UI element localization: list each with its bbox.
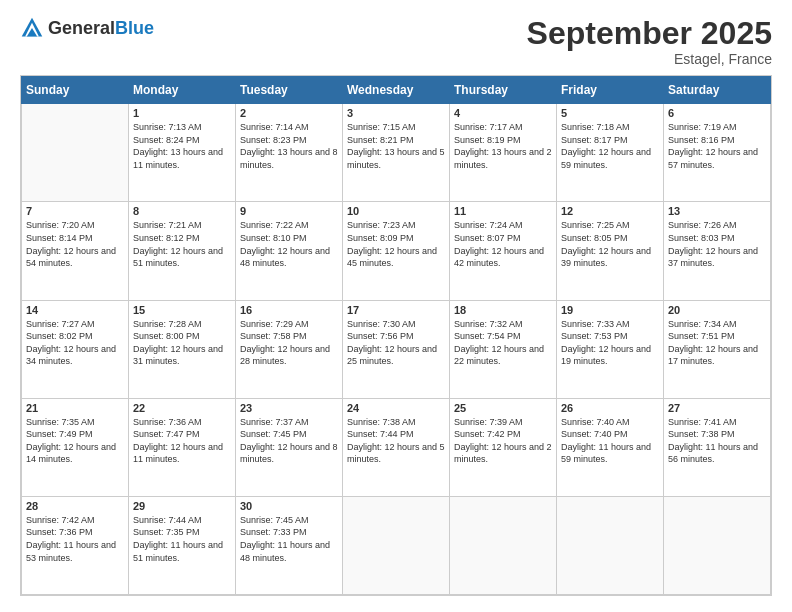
day-info: Sunrise: 7:30 AMSunset: 7:56 PMDaylight:… bbox=[347, 318, 445, 368]
day-info: Sunrise: 7:44 AMSunset: 7:35 PMDaylight:… bbox=[133, 514, 231, 564]
day-info: Sunrise: 7:35 AMSunset: 7:49 PMDaylight:… bbox=[26, 416, 124, 466]
day-number: 29 bbox=[133, 500, 231, 512]
day-info: Sunrise: 7:37 AMSunset: 7:45 PMDaylight:… bbox=[240, 416, 338, 466]
day-number: 16 bbox=[240, 304, 338, 316]
calendar-body: 1Sunrise: 7:13 AMSunset: 8:24 PMDaylight… bbox=[22, 104, 771, 595]
col-wednesday: Wednesday bbox=[343, 77, 450, 104]
day-info: Sunrise: 7:24 AMSunset: 8:07 PMDaylight:… bbox=[454, 219, 552, 269]
day-cell: 2Sunrise: 7:14 AMSunset: 8:23 PMDaylight… bbox=[236, 104, 343, 202]
col-friday: Friday bbox=[557, 77, 664, 104]
day-info: Sunrise: 7:25 AMSunset: 8:05 PMDaylight:… bbox=[561, 219, 659, 269]
day-cell: 24Sunrise: 7:38 AMSunset: 7:44 PMDayligh… bbox=[343, 398, 450, 496]
day-number: 19 bbox=[561, 304, 659, 316]
day-number: 3 bbox=[347, 107, 445, 119]
day-info: Sunrise: 7:33 AMSunset: 7:53 PMDaylight:… bbox=[561, 318, 659, 368]
day-cell: 11Sunrise: 7:24 AMSunset: 8:07 PMDayligh… bbox=[450, 202, 557, 300]
day-number: 24 bbox=[347, 402, 445, 414]
logo-blue: Blue bbox=[115, 18, 154, 38]
calendar-header: Sunday Monday Tuesday Wednesday Thursday… bbox=[22, 77, 771, 104]
col-monday: Monday bbox=[129, 77, 236, 104]
day-number: 28 bbox=[26, 500, 124, 512]
day-cell: 7Sunrise: 7:20 AMSunset: 8:14 PMDaylight… bbox=[22, 202, 129, 300]
month-title: September 2025 bbox=[527, 16, 772, 51]
day-cell bbox=[664, 496, 771, 594]
day-info: Sunrise: 7:26 AMSunset: 8:03 PMDaylight:… bbox=[668, 219, 766, 269]
day-number: 20 bbox=[668, 304, 766, 316]
day-cell: 8Sunrise: 7:21 AMSunset: 8:12 PMDaylight… bbox=[129, 202, 236, 300]
day-number: 23 bbox=[240, 402, 338, 414]
day-info: Sunrise: 7:45 AMSunset: 7:33 PMDaylight:… bbox=[240, 514, 338, 564]
calendar-table: Sunday Monday Tuesday Wednesday Thursday… bbox=[21, 76, 771, 595]
day-cell: 6Sunrise: 7:19 AMSunset: 8:16 PMDaylight… bbox=[664, 104, 771, 202]
day-cell: 10Sunrise: 7:23 AMSunset: 8:09 PMDayligh… bbox=[343, 202, 450, 300]
day-cell: 9Sunrise: 7:22 AMSunset: 8:10 PMDaylight… bbox=[236, 202, 343, 300]
day-info: Sunrise: 7:36 AMSunset: 7:47 PMDaylight:… bbox=[133, 416, 231, 466]
week-row-0: 1Sunrise: 7:13 AMSunset: 8:24 PMDaylight… bbox=[22, 104, 771, 202]
day-info: Sunrise: 7:14 AMSunset: 8:23 PMDaylight:… bbox=[240, 121, 338, 171]
day-info: Sunrise: 7:13 AMSunset: 8:24 PMDaylight:… bbox=[133, 121, 231, 171]
day-info: Sunrise: 7:42 AMSunset: 7:36 PMDaylight:… bbox=[26, 514, 124, 564]
day-cell bbox=[450, 496, 557, 594]
day-number: 8 bbox=[133, 205, 231, 217]
day-cell: 14Sunrise: 7:27 AMSunset: 8:02 PMDayligh… bbox=[22, 300, 129, 398]
day-cell: 12Sunrise: 7:25 AMSunset: 8:05 PMDayligh… bbox=[557, 202, 664, 300]
day-number: 2 bbox=[240, 107, 338, 119]
day-info: Sunrise: 7:17 AMSunset: 8:19 PMDaylight:… bbox=[454, 121, 552, 171]
day-cell: 29Sunrise: 7:44 AMSunset: 7:35 PMDayligh… bbox=[129, 496, 236, 594]
day-info: Sunrise: 7:41 AMSunset: 7:38 PMDaylight:… bbox=[668, 416, 766, 466]
day-number: 26 bbox=[561, 402, 659, 414]
day-number: 14 bbox=[26, 304, 124, 316]
day-cell: 16Sunrise: 7:29 AMSunset: 7:58 PMDayligh… bbox=[236, 300, 343, 398]
logo-icon bbox=[20, 16, 44, 40]
day-cell: 26Sunrise: 7:40 AMSunset: 7:40 PMDayligh… bbox=[557, 398, 664, 496]
calendar: Sunday Monday Tuesday Wednesday Thursday… bbox=[20, 75, 772, 596]
day-info: Sunrise: 7:34 AMSunset: 7:51 PMDaylight:… bbox=[668, 318, 766, 368]
day-cell: 13Sunrise: 7:26 AMSunset: 8:03 PMDayligh… bbox=[664, 202, 771, 300]
day-info: Sunrise: 7:29 AMSunset: 7:58 PMDaylight:… bbox=[240, 318, 338, 368]
day-info: Sunrise: 7:22 AMSunset: 8:10 PMDaylight:… bbox=[240, 219, 338, 269]
day-number: 17 bbox=[347, 304, 445, 316]
location: Estagel, France bbox=[527, 51, 772, 67]
day-info: Sunrise: 7:18 AMSunset: 8:17 PMDaylight:… bbox=[561, 121, 659, 171]
day-number: 5 bbox=[561, 107, 659, 119]
day-cell: 15Sunrise: 7:28 AMSunset: 8:00 PMDayligh… bbox=[129, 300, 236, 398]
col-sunday: Sunday bbox=[22, 77, 129, 104]
title-block: September 2025 Estagel, France bbox=[527, 16, 772, 67]
col-thursday: Thursday bbox=[450, 77, 557, 104]
day-info: Sunrise: 7:39 AMSunset: 7:42 PMDaylight:… bbox=[454, 416, 552, 466]
day-number: 4 bbox=[454, 107, 552, 119]
day-number: 11 bbox=[454, 205, 552, 217]
day-number: 22 bbox=[133, 402, 231, 414]
col-tuesday: Tuesday bbox=[236, 77, 343, 104]
day-number: 7 bbox=[26, 205, 124, 217]
week-row-3: 21Sunrise: 7:35 AMSunset: 7:49 PMDayligh… bbox=[22, 398, 771, 496]
day-info: Sunrise: 7:27 AMSunset: 8:02 PMDaylight:… bbox=[26, 318, 124, 368]
day-info: Sunrise: 7:20 AMSunset: 8:14 PMDaylight:… bbox=[26, 219, 124, 269]
day-cell: 17Sunrise: 7:30 AMSunset: 7:56 PMDayligh… bbox=[343, 300, 450, 398]
day-number: 9 bbox=[240, 205, 338, 217]
day-number: 10 bbox=[347, 205, 445, 217]
logo: GeneralBlue bbox=[20, 16, 154, 40]
day-info: Sunrise: 7:19 AMSunset: 8:16 PMDaylight:… bbox=[668, 121, 766, 171]
week-row-1: 7Sunrise: 7:20 AMSunset: 8:14 PMDaylight… bbox=[22, 202, 771, 300]
day-cell: 5Sunrise: 7:18 AMSunset: 8:17 PMDaylight… bbox=[557, 104, 664, 202]
day-number: 13 bbox=[668, 205, 766, 217]
day-info: Sunrise: 7:38 AMSunset: 7:44 PMDaylight:… bbox=[347, 416, 445, 466]
day-info: Sunrise: 7:21 AMSunset: 8:12 PMDaylight:… bbox=[133, 219, 231, 269]
col-saturday: Saturday bbox=[664, 77, 771, 104]
day-cell: 4Sunrise: 7:17 AMSunset: 8:19 PMDaylight… bbox=[450, 104, 557, 202]
day-cell: 25Sunrise: 7:39 AMSunset: 7:42 PMDayligh… bbox=[450, 398, 557, 496]
day-number: 12 bbox=[561, 205, 659, 217]
day-cell: 18Sunrise: 7:32 AMSunset: 7:54 PMDayligh… bbox=[450, 300, 557, 398]
day-cell bbox=[557, 496, 664, 594]
day-info: Sunrise: 7:32 AMSunset: 7:54 PMDaylight:… bbox=[454, 318, 552, 368]
day-number: 30 bbox=[240, 500, 338, 512]
header: GeneralBlue September 2025 Estagel, Fran… bbox=[20, 16, 772, 67]
week-row-2: 14Sunrise: 7:27 AMSunset: 8:02 PMDayligh… bbox=[22, 300, 771, 398]
day-cell: 21Sunrise: 7:35 AMSunset: 7:49 PMDayligh… bbox=[22, 398, 129, 496]
day-cell: 22Sunrise: 7:36 AMSunset: 7:47 PMDayligh… bbox=[129, 398, 236, 496]
day-number: 25 bbox=[454, 402, 552, 414]
day-cell: 19Sunrise: 7:33 AMSunset: 7:53 PMDayligh… bbox=[557, 300, 664, 398]
day-cell: 28Sunrise: 7:42 AMSunset: 7:36 PMDayligh… bbox=[22, 496, 129, 594]
day-number: 15 bbox=[133, 304, 231, 316]
